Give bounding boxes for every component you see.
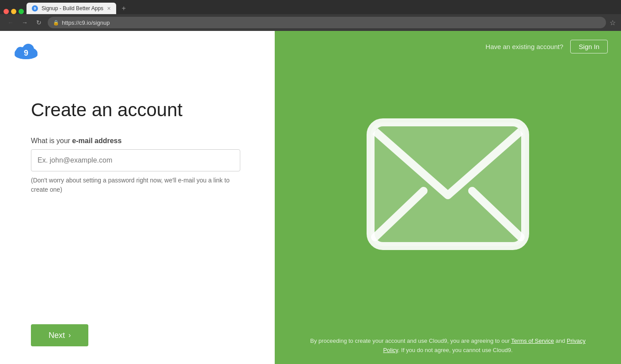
ssl-lock-icon: 🔒 xyxy=(53,20,59,26)
terms-of-service-link[interactable]: Terms of Service xyxy=(511,337,554,344)
email-label-bold: e-mail address xyxy=(72,137,121,144)
page-content: 9 Create an account What is your e-mail … xyxy=(0,31,621,364)
svg-text:9: 9 xyxy=(24,49,28,57)
sign-in-button[interactable]: Sign In xyxy=(570,40,608,53)
bottom-area: Next › xyxy=(0,324,275,364)
active-tab[interactable]: 9 Signup - Build Better Apps ✕ xyxy=(27,3,116,14)
mail-icon xyxy=(362,114,534,255)
next-button[interactable]: Next › xyxy=(31,324,88,346)
terms-footer: By proceeding to create your account and… xyxy=(275,337,621,355)
right-header: Have an existing account? Sign In xyxy=(275,31,621,62)
traffic-lights xyxy=(4,9,24,14)
tab-bar: 9 Signup - Build Better Apps ✕ + xyxy=(0,0,621,14)
svg-rect-5 xyxy=(371,122,525,246)
back-button[interactable]: ← xyxy=(5,17,16,28)
new-tab-button[interactable]: + xyxy=(118,3,129,14)
bookmark-icon[interactable]: ☆ xyxy=(610,19,616,27)
left-panel: 9 Create an account What is your e-mail … xyxy=(0,31,275,364)
refresh-button[interactable]: ↻ xyxy=(34,17,44,28)
chevron-right-icon: › xyxy=(68,331,71,339)
mail-icon-wrapper xyxy=(362,114,534,255)
forward-button[interactable]: → xyxy=(19,17,30,28)
page-heading: Create an account xyxy=(31,99,244,121)
email-input[interactable] xyxy=(31,149,240,171)
minimize-traffic-light[interactable] xyxy=(11,9,16,14)
url-bar[interactable]: 🔒 https://c9.io/signup xyxy=(48,17,606,28)
browser-chrome: 9 Signup - Build Better Apps ✕ + ← → ↻ 🔒… xyxy=(0,0,621,31)
form-area: Create an account What is your e-mail ad… xyxy=(0,72,275,324)
nav-bar: ← → ↻ 🔒 https://c9.io/signup ☆ xyxy=(0,14,621,31)
existing-account-text: Have an existing account? xyxy=(485,43,563,50)
tab-title: Signup - Build Better Apps xyxy=(42,5,103,11)
email-hint: (Don't worry about setting a password ri… xyxy=(31,176,240,194)
logo-area: 9 xyxy=(0,31,275,72)
email-label: What is your e-mail address xyxy=(31,137,244,145)
url-text: https://c9.io/signup xyxy=(62,19,110,26)
maximize-traffic-light[interactable] xyxy=(19,9,24,14)
c9-logo: 9 xyxy=(13,42,39,60)
tab-close-icon[interactable]: ✕ xyxy=(107,6,111,11)
tab-favicon: 9 xyxy=(32,5,38,11)
right-panel: Have an existing account? Sign In By pro… xyxy=(275,31,621,364)
close-traffic-light[interactable] xyxy=(4,9,9,14)
